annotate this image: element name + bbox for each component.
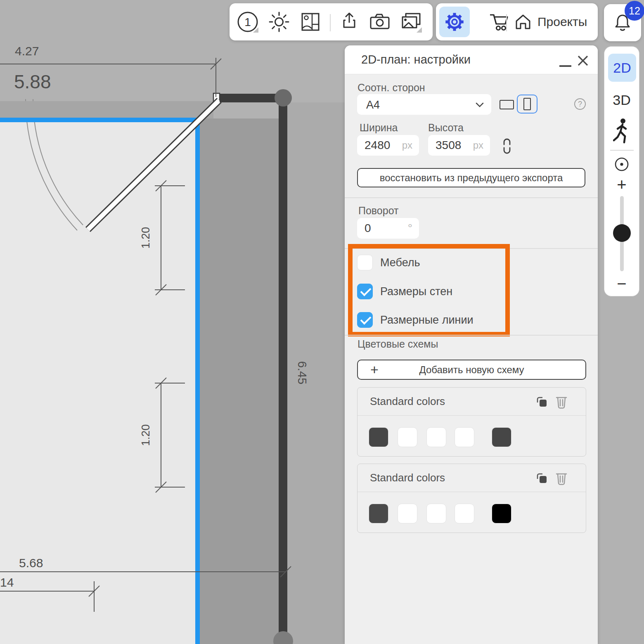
color-swatch[interactable] xyxy=(455,504,474,523)
dim-door-lower: 1.20 xyxy=(140,424,152,446)
delete-scheme-button[interactable] xyxy=(554,470,570,486)
dim-top-total: 5.88 xyxy=(14,71,51,92)
minus-icon: − xyxy=(617,275,626,293)
zoom-slider-thumb[interactable] xyxy=(613,224,631,242)
chevron-down-icon xyxy=(476,102,484,107)
svg-text:1: 1 xyxy=(244,16,251,28)
copy-icon xyxy=(534,394,549,410)
projects-button[interactable]: Проекты xyxy=(514,3,587,40)
color-swatch[interactable] xyxy=(369,504,388,523)
color-swatch[interactable] xyxy=(492,427,511,447)
chain-link-icon xyxy=(501,137,513,155)
scheme-card: Standard colors xyxy=(357,387,586,457)
color-swatch[interactable] xyxy=(492,504,511,523)
main-toolbar: 1 xyxy=(230,3,433,40)
color-swatch[interactable] xyxy=(426,504,446,523)
section-divider xyxy=(345,197,598,198)
color-swatch[interactable] xyxy=(455,427,474,447)
tab-3d-label: 3D xyxy=(613,92,630,108)
aspect-ratio-label: Соотн. сторон xyxy=(358,82,425,94)
collage-icon xyxy=(301,12,320,32)
wall-node-top[interactable] xyxy=(275,89,292,107)
color-swatch[interactable] xyxy=(426,427,446,447)
trash-icon xyxy=(554,470,568,486)
aspect-ratio-value: A4 xyxy=(366,99,380,111)
color-swatch[interactable] xyxy=(369,427,388,447)
tab-2d-label: 2D xyxy=(613,60,631,76)
camera-icon xyxy=(369,12,391,31)
height-label: Высота xyxy=(428,122,464,134)
dim-door-upper: 1.20 xyxy=(140,227,152,249)
rotation-value: 0 xyxy=(365,222,371,235)
plus-icon: + xyxy=(370,362,379,378)
height-input[interactable]: 3508 px xyxy=(428,135,490,156)
lock-aspect-button[interactable] xyxy=(501,137,513,155)
target-icon xyxy=(614,156,630,172)
page-number-icon: 1 xyxy=(237,11,259,33)
section-divider xyxy=(345,335,598,336)
plus-icon: + xyxy=(617,175,626,194)
restore-export-button[interactable]: восстановить из предыдущего экспорта xyxy=(357,168,585,187)
add-scheme-label: Добавить новую схему xyxy=(419,364,524,376)
rotation-input[interactable]: 0 ° xyxy=(357,218,419,239)
delete-scheme-button[interactable] xyxy=(554,394,570,410)
duplicate-scheme-button[interactable] xyxy=(534,470,549,486)
secondary-toolbar: Проекты xyxy=(436,3,598,40)
notification-badge: 12 xyxy=(625,1,644,21)
zoom-out-button[interactable]: − xyxy=(604,275,639,293)
view-toolbar: 2D 3D + − xyxy=(604,46,639,296)
brightness-button[interactable] xyxy=(268,10,291,33)
store-button[interactable] xyxy=(488,10,511,33)
orientation-landscape-button[interactable] xyxy=(497,95,516,114)
zoom-in-button[interactable]: + xyxy=(604,175,639,194)
export-button[interactable] xyxy=(338,10,361,33)
center-view-button[interactable] xyxy=(604,156,639,172)
home-icon xyxy=(514,12,533,31)
scheme-card-header: Standard colors xyxy=(358,464,586,492)
panel-header: 2D-план: настройки xyxy=(345,45,598,74)
projects-label: Проекты xyxy=(537,15,587,29)
minimize-button[interactable] xyxy=(558,51,574,69)
settings-panel: 2D-план: настройки Соотн. сторон A4 ? Ши… xyxy=(345,45,598,644)
outer-strip xyxy=(195,118,279,644)
settings-button[interactable] xyxy=(439,7,470,37)
tab-3d[interactable]: 3D xyxy=(604,92,639,108)
walkthrough-button[interactable] xyxy=(604,118,639,144)
restore-export-label: восстановить из предыдущего экспорта xyxy=(380,172,563,184)
color-swatch[interactable] xyxy=(398,427,417,447)
orientation-portrait-button[interactable] xyxy=(517,95,537,114)
scheme-title: Standard colors xyxy=(370,471,445,484)
screenshot-button[interactable] xyxy=(368,10,391,33)
toolbar-divider xyxy=(506,14,507,31)
photos-icon xyxy=(401,12,421,32)
color-schemes-label: Цветовые схемы xyxy=(358,338,438,350)
dim-top-segment: 4.27 xyxy=(15,44,39,58)
add-scheme-button[interactable]: + Добавить новую схему xyxy=(357,360,586,380)
width-label: Ширина xyxy=(360,122,398,134)
dim-bottom-total: 5.68 xyxy=(19,556,43,570)
portrait-icon xyxy=(523,98,531,110)
rotation-unit: ° xyxy=(408,222,412,235)
help-button[interactable]: ? xyxy=(574,98,586,110)
width-input[interactable]: 2480 px xyxy=(357,135,419,156)
close-button[interactable] xyxy=(577,51,593,69)
share-upload-icon xyxy=(339,11,360,33)
scheme-card: Standard colors xyxy=(357,464,586,533)
gallery-button[interactable] xyxy=(400,10,423,33)
height-unit: px xyxy=(473,140,483,151)
height-value: 3508 xyxy=(436,139,461,152)
notifications-button[interactable]: 12 xyxy=(604,4,641,41)
app: 4.27 5.88 1.20 1.20 6.45 5.68 14 1 xyxy=(0,0,644,644)
tab-2d[interactable]: 2D xyxy=(608,54,636,82)
rotation-label: Поворот xyxy=(358,205,399,217)
sun-icon xyxy=(268,11,290,33)
notification-count: 12 xyxy=(629,5,640,17)
duplicate-scheme-button[interactable] xyxy=(534,394,549,410)
aspect-ratio-select[interactable]: A4 xyxy=(357,94,491,115)
toolbar-divider xyxy=(330,14,331,31)
color-swatch[interactable] xyxy=(398,504,417,523)
page-selector-button[interactable]: 1 xyxy=(236,10,259,33)
panel-title: 2D-план: настройки xyxy=(361,53,471,66)
background-image-button[interactable] xyxy=(299,10,322,33)
dim-right-wall: 6.45 xyxy=(296,361,309,384)
